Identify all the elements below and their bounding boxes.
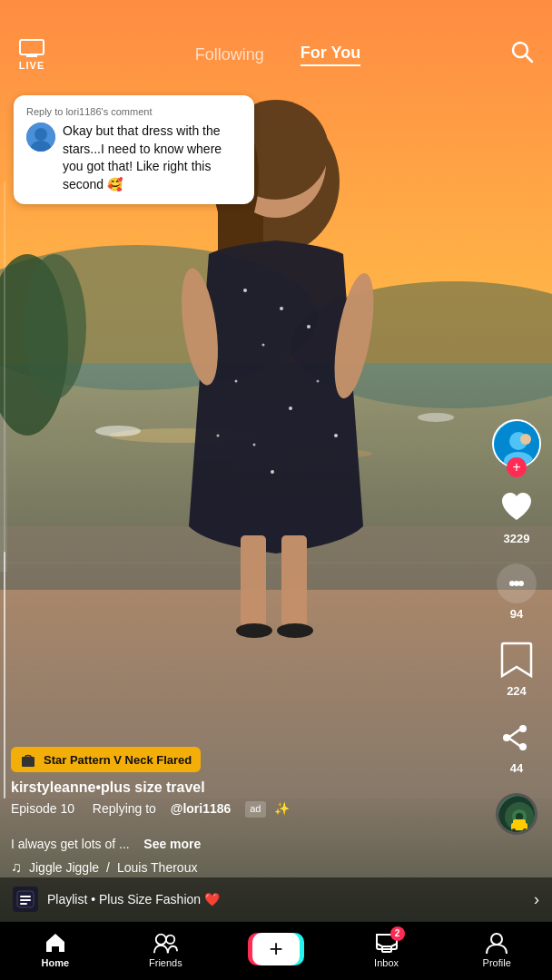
music-note-icon: ♫ (11, 859, 22, 876)
nav-profile[interactable]: Profile (441, 930, 552, 968)
svg-point-18 (235, 380, 238, 383)
search-button[interactable] (510, 40, 534, 69)
home-icon (43, 930, 68, 956)
inbox-badge: 2 (390, 926, 405, 941)
creator-profile-item: + (492, 419, 541, 468)
svg-rect-61 (513, 819, 526, 825)
svg-point-23 (217, 435, 220, 437)
share-action[interactable]: 44 (496, 716, 537, 775)
svg-point-53 (519, 725, 527, 732)
svg-point-52 (514, 581, 519, 586)
video-info-panel: Star Pattern V Neck Flared kirstyleanne•… (0, 747, 484, 876)
playlist-icon-svg (16, 890, 34, 908)
right-sidebar: + 3229 94 224 (492, 419, 541, 835)
shopping-bag-icon (20, 751, 36, 768)
see-more-button[interactable]: See more (143, 837, 201, 851)
svg-rect-67 (20, 899, 31, 901)
side-progress-bar (4, 181, 5, 799)
creator-avatar-container: + (492, 419, 541, 468)
like-count: 3229 (504, 532, 530, 545)
playlist-icon (13, 887, 38, 912)
svg-point-29 (236, 623, 272, 638)
share-count: 44 (510, 761, 523, 775)
music-title: Jiggle Jiggle (29, 860, 99, 875)
nav-tabs: Following For You (195, 44, 360, 66)
commenter-avatar (26, 122, 55, 152)
nav-create[interactable]: + (221, 933, 331, 965)
friends-label: Friends (149, 957, 182, 968)
comment-icon-container[interactable] (497, 564, 537, 603)
product-tag-text: Star Pattern V Neck Flared (44, 753, 192, 767)
profile-label: Profile (483, 957, 511, 968)
search-icon (510, 40, 534, 64)
comment-content: Okay but that dress with the stars...I n… (26, 122, 242, 193)
svg-rect-64 (22, 757, 34, 767)
playlist-text: Playlist • Plus Size Fashion ❤️ (47, 892, 525, 906)
svg-point-74 (491, 934, 502, 945)
tab-following[interactable]: Following (195, 45, 264, 64)
episode-text: Episode 10 (11, 800, 74, 818)
friends-icon (153, 930, 178, 956)
heart-icon-container[interactable] (496, 486, 537, 528)
comment-bubble: Reply to lori1186's comment Okay but tha… (14, 95, 254, 204)
bookmark-icon (500, 642, 533, 678)
svg-rect-68 (20, 903, 27, 905)
home-icon-svg (44, 931, 67, 955)
svg-point-70 (166, 935, 174, 943)
home-label: Home (42, 957, 70, 968)
follow-button[interactable]: + (507, 457, 527, 477)
product-tag[interactable]: Star Pattern V Neck Flared (11, 747, 201, 772)
svg-point-34 (95, 426, 141, 436)
playlist-bar[interactable]: Playlist • Plus Size Fashion ❤️ › (0, 877, 552, 921)
svg-point-17 (307, 325, 310, 328)
svg-point-24 (271, 470, 274, 474)
inbox-icon-container: 2 (374, 930, 399, 956)
svg-rect-66 (20, 896, 31, 897)
nav-inbox[interactable]: 2 Inbox (331, 930, 442, 968)
share-icon-container[interactable] (496, 716, 537, 758)
comment-text: Okay but that dress with the stars...I n… (63, 122, 242, 193)
svg-point-54 (519, 743, 527, 750)
profile-icon (485, 931, 508, 955)
music-disc-icon (498, 796, 537, 835)
create-button[interactable]: + (252, 933, 300, 965)
tv-icon (18, 38, 45, 58)
share-icon (499, 720, 534, 754)
mention-tag[interactable]: @lori1186 (171, 800, 232, 818)
bookmark-action[interactable]: 224 (496, 639, 537, 698)
nav-friends[interactable]: Friends (111, 930, 222, 968)
svg-point-30 (277, 623, 313, 638)
svg-point-15 (280, 307, 283, 310)
svg-rect-38 (20, 40, 44, 54)
svg-point-69 (156, 934, 166, 944)
nav-home[interactable]: Home (0, 930, 111, 968)
music-disc[interactable] (496, 793, 537, 835)
svg-rect-28 (281, 535, 307, 626)
profile-icon-container (484, 930, 509, 956)
svg-point-63 (523, 828, 527, 832)
caption-text: I always get lots of ... (11, 837, 130, 851)
svg-point-59 (516, 813, 523, 820)
top-navigation: LIVE Following For You (0, 0, 552, 91)
svg-line-42 (526, 55, 532, 62)
video-caption: Episode 10 Replying to @lori1186 ad ✨ I … (11, 800, 473, 854)
ad-badge: ad (245, 801, 265, 817)
comment-count: 94 (510, 607, 523, 621)
svg-point-62 (512, 828, 516, 832)
comment-action[interactable]: 94 (497, 564, 537, 621)
caption-row: Episode 10 Replying to @lori1186 ad ✨ (11, 800, 473, 818)
like-action[interactable]: 3229 (496, 486, 537, 545)
tab-for-you[interactable]: For You (301, 44, 360, 66)
creator-name[interactable]: kirstyleanne•plus size travel (11, 779, 473, 796)
svg-point-21 (317, 380, 320, 383)
svg-point-20 (253, 444, 256, 446)
inbox-label: Inbox (374, 957, 399, 968)
svg-point-14 (243, 289, 247, 292)
bookmark-icon-container[interactable] (496, 639, 537, 681)
friends-icon-svg (153, 931, 178, 955)
svg-rect-27 (241, 535, 266, 626)
playlist-arrow-icon: › (534, 890, 539, 909)
music-disc-item[interactable] (496, 793, 537, 835)
live-badge[interactable]: LIVE (18, 38, 45, 71)
music-info[interactable]: ♫ Jiggle Jiggle / Louis Theroux (11, 859, 473, 876)
